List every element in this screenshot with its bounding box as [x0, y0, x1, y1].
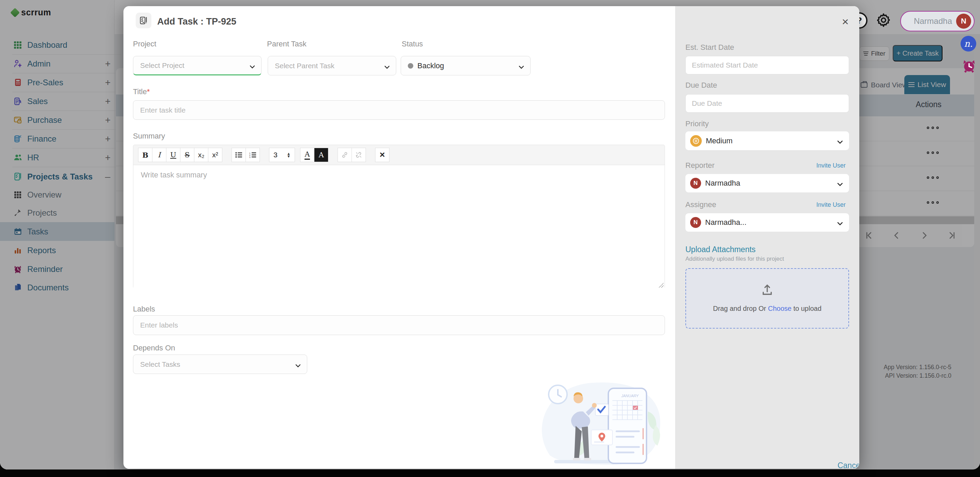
upload-subtext: Additionally upload files for this proje… [686, 255, 784, 262]
parent-task-placeholder: Select Parent Task [275, 62, 334, 70]
reporter-avatar: N [690, 178, 701, 189]
unlink-button[interactable] [352, 148, 366, 162]
reporter-value: Narmadha [705, 179, 740, 188]
priority-medium-icon [690, 135, 702, 147]
labels-label: Labels [133, 305, 155, 314]
summary-editor: B I U S x₂ x² 123 3 ▲▼ A A ✕ Write task … [133, 145, 665, 288]
priority-label: Priority [686, 120, 709, 128]
priority-select[interactable]: Medium [686, 131, 849, 150]
parent-task-select[interactable]: Select Parent Task [268, 56, 396, 75]
title-label: Title* [133, 87, 150, 96]
user-avatar: N [956, 14, 971, 29]
avatar-initial: N [961, 17, 966, 26]
user-name: Narmadha [914, 16, 952, 26]
assignee-avatar: N [690, 217, 701, 228]
assignee-select[interactable]: N Narmadha... [686, 213, 849, 232]
dropzone-text: Drag and drop Or Choose to upload [686, 305, 848, 313]
cancel-button[interactable]: Cancel [829, 458, 859, 469]
dialog-title: Add Task : TP-925 [157, 16, 236, 27]
svg-text:JANUARY: JANUARY [621, 394, 639, 398]
upload-dropzone[interactable]: Drag and drop Or Choose to upload [686, 268, 849, 329]
summary-textarea[interactable]: Write task summary [133, 165, 665, 289]
parent-task-label: Parent Task [267, 40, 307, 48]
underline-button[interactable]: U [166, 148, 180, 162]
settings-gear-icon[interactable] [876, 12, 891, 29]
summary-label: Summary [133, 132, 165, 140]
labels-input[interactable] [133, 315, 665, 335]
editor-toolbar: B I U S x₂ x² 123 3 ▲▼ A A ✕ [133, 145, 665, 165]
chevron-down-icon [519, 64, 524, 70]
n-logo: n. [964, 38, 972, 49]
assignee-label: Assignee [686, 200, 716, 209]
task-illustration: JANUARY [535, 374, 664, 469]
reporter-select[interactable]: N Narmadha [686, 174, 849, 193]
priority-value: Medium [706, 137, 732, 145]
project-label: Project [133, 40, 156, 48]
project-placeholder: Select Project [140, 61, 185, 70]
reminder-widget-icon[interactable] [962, 58, 977, 75]
task-details-panel [675, 6, 859, 469]
depends-on-placeholder: Select Tasks [140, 360, 180, 369]
link-button[interactable] [337, 148, 352, 162]
bullet-list-button[interactable] [232, 148, 246, 162]
est-start-date-input[interactable] [686, 56, 849, 74]
n-widget-button[interactable]: n. [961, 36, 976, 51]
status-select[interactable]: Backlog [401, 56, 531, 75]
stepper-arrows-icon[interactable]: ▲▼ [287, 152, 291, 158]
superscript-button[interactable]: x² [208, 148, 222, 162]
title-label-text: Title [133, 87, 147, 96]
chevron-down-icon [295, 363, 301, 369]
ordered-list-button[interactable]: 123 [245, 148, 260, 162]
status-dot-icon [408, 63, 413, 69]
highlight-color-button[interactable]: A [314, 148, 328, 162]
svg-text:3: 3 [249, 156, 251, 158]
bold-button[interactable]: B [138, 148, 153, 162]
status-label: Status [402, 40, 423, 48]
chevron-down-icon [837, 221, 843, 227]
font-size-value: 3 [274, 151, 278, 159]
status-value: Backlog [417, 61, 444, 70]
italic-button[interactable]: I [152, 148, 166, 162]
resize-handle[interactable] [659, 283, 663, 288]
depends-on-select[interactable]: Select Tasks [133, 354, 307, 374]
choose-file-link[interactable]: Choose [768, 305, 791, 312]
due-date-label: Due Date [686, 81, 717, 90]
font-size-stepper[interactable]: 3 ▲▼ [269, 148, 295, 162]
assignee-value: Narmadha... [705, 218, 746, 227]
subscript-button[interactable]: x₂ [194, 148, 208, 162]
reporter-invite-user-link[interactable]: Invite User [816, 162, 846, 169]
required-asterisk: * [147, 87, 150, 96]
project-select[interactable]: Select Project [133, 56, 261, 75]
clear-formatting-button[interactable]: ✕ [375, 148, 390, 162]
chevron-down-icon [250, 64, 255, 70]
task-note-icon [136, 13, 151, 28]
strikethrough-button[interactable]: S [180, 148, 194, 162]
chevron-down-icon [384, 64, 390, 70]
add-task-dialog: Add Task : TP-925 × Project Select Proje… [123, 6, 859, 469]
upload-icon [760, 283, 774, 298]
text-color-button[interactable]: A [300, 148, 314, 162]
due-date-input[interactable] [686, 94, 849, 113]
user-menu[interactable]: Narmadha N [900, 11, 975, 31]
assignee-invite-user-link[interactable]: Invite User [816, 201, 846, 209]
est-start-date-label: Est. Start Date [686, 43, 734, 52]
chevron-down-icon [837, 182, 843, 188]
summary-placeholder: Write task summary [141, 171, 207, 179]
close-icon[interactable]: × [837, 14, 853, 29]
reporter-label: Reporter [686, 161, 715, 170]
chevron-down-icon [837, 139, 843, 145]
title-input[interactable] [133, 101, 665, 120]
upload-attachments-link[interactable]: Upload Attachments [686, 245, 756, 254]
depends-on-label: Depends On [133, 344, 175, 353]
